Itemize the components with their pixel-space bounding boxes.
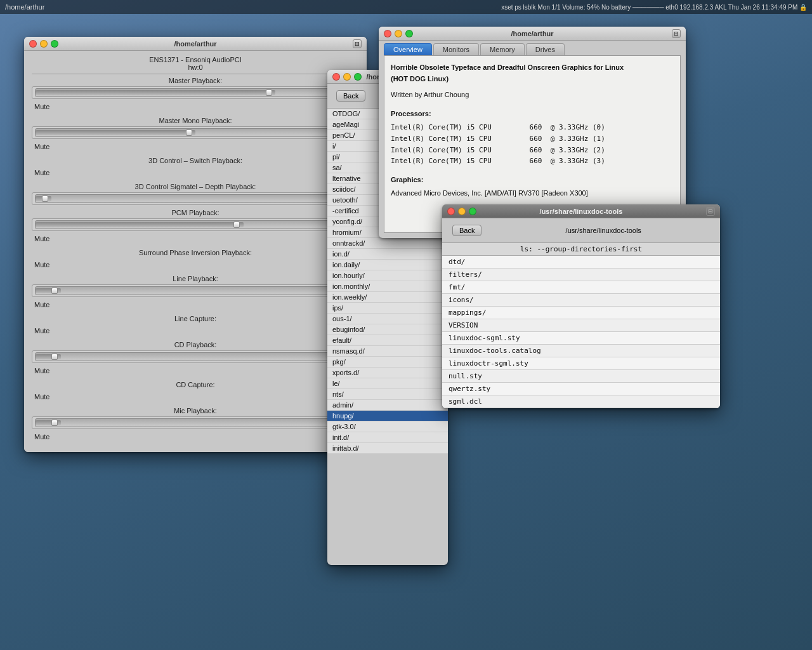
maximize-button[interactable] <box>405 30 413 37</box>
linuxdoc-item[interactable]: sgml.dcl <box>442 395 720 408</box>
linuxdoc-window-title: /usr/share/linuxdoc-tools <box>540 208 623 215</box>
file-item[interactable]: ion.weekly/ <box>327 292 448 303</box>
audio-titlebar: /home/arthur ⊟ <box>24 37 367 51</box>
file-item[interactable]: xports.d/ <box>327 368 448 378</box>
processor-item: Intel(R) Core(TM) i5 CPU 660 @ 3.33GHz (… <box>391 122 674 133</box>
processors-label: Processors: <box>391 109 674 120</box>
file-item[interactable]: inittab.d/ <box>327 443 448 454</box>
taskbar-path: /home/arthur <box>5 3 44 11</box>
maximize-button[interactable] <box>354 73 362 81</box>
info-traffic-lights[interactable] <box>384 30 413 37</box>
close-button[interactable] <box>332 73 340 81</box>
taskbar-right: xset ps lsblk Mon 1/1 Volume: 54% No bat… <box>501 4 807 11</box>
close-button[interactable] <box>29 40 37 48</box>
tab-drives[interactable]: Drives <box>526 43 565 55</box>
linuxdoc-traffic-lights[interactable] <box>447 208 476 215</box>
linuxdoc-window: /usr/share/linuxdoc-tools ⊟ Back /usr/sh… <box>442 204 720 408</box>
maximize-button[interactable] <box>51 40 58 48</box>
file-item[interactable]: admin/ <box>327 400 448 411</box>
linuxdoc-item[interactable]: linuxdoctr-sgml.sty <box>442 357 720 370</box>
file-item[interactable]: ebuginfod/ <box>327 324 448 335</box>
back-button[interactable]: Back <box>336 90 365 102</box>
channel-line-playback: Line Playback: Mute ON <box>32 275 359 311</box>
channel-pcm: PCM Playback: Mute OFF <box>32 209 359 245</box>
linuxdoc-item[interactable]: mappings/ <box>442 307 720 319</box>
linuxdoc-item[interactable]: null.sty <box>442 370 720 383</box>
linuxdoc-titlebar: /usr/share/linuxdoc-tools ⊟ <box>442 204 720 218</box>
file-item[interactable]: ous-1/ <box>327 314 448 324</box>
slider-track[interactable] <box>35 128 356 137</box>
file-item[interactable]: gtk-3.0/ <box>327 421 448 432</box>
minimize-button[interactable] <box>395 30 402 37</box>
info-author: Written by Arthur Choung <box>391 90 674 101</box>
file-item[interactable]: ips/ <box>327 303 448 314</box>
file-item-selected[interactable]: hnupg/ <box>327 411 448 421</box>
processor-list: Intel(R) Core(TM) i5 CPU 660 @ 3.33GHz (… <box>391 122 674 166</box>
channel-surround: Surround Phase Inversion Playback: Mute … <box>32 249 359 271</box>
linuxdoc-close-btn[interactable]: ⊟ <box>706 207 715 216</box>
slider-track[interactable] <box>35 352 356 361</box>
audio-window-close[interactable]: ⊟ <box>353 39 362 48</box>
audio-traffic-lights[interactable] <box>29 40 58 48</box>
slider-track[interactable] <box>35 418 356 427</box>
tab-memory[interactable]: Memory <box>480 43 525 55</box>
channel-cd-capture: CD Capture: Mute OFF <box>32 381 359 403</box>
processor-item: Intel(R) Core(TM) i5 CPU 660 @ 3.33GHz (… <box>391 145 674 156</box>
minimize-button[interactable] <box>458 208 466 215</box>
linuxdoc-back-button[interactable]: Back <box>452 225 481 236</box>
linuxdoc-item[interactable]: dtd/ <box>442 256 720 269</box>
channel-label: Master Playback: <box>32 77 359 84</box>
taskbar: /home/arthur xset ps lsblk Mon 1/1 Volum… <box>0 0 812 14</box>
linuxdoc-item[interactable]: icons/ <box>442 294 720 307</box>
slider-row <box>32 86 359 99</box>
file-item[interactable]: le/ <box>327 378 448 389</box>
file-item[interactable]: ion.hourly/ <box>327 270 448 281</box>
file-item[interactable]: ion.d/ <box>327 249 448 260</box>
tab-overview[interactable]: Overview <box>384 43 432 55</box>
slider-track[interactable] <box>35 88 356 97</box>
audio-content: ENS1371 - Ensoniq AudioPCI hw:0 Master P… <box>24 51 367 452</box>
info-window-close-btn[interactable]: ⊟ <box>672 29 681 38</box>
file-item[interactable]: ion.monthly/ <box>327 281 448 292</box>
linuxdoc-item[interactable]: fmt/ <box>442 281 720 294</box>
slider-track[interactable] <box>35 220 356 229</box>
slider-track[interactable] <box>35 194 356 203</box>
channel-3d-switch: 3D Control – Switch Playback: Mute ON <box>32 157 359 179</box>
minimize-button[interactable] <box>40 40 48 48</box>
minimize-button[interactable] <box>343 73 351 81</box>
linuxdoc-item[interactable]: filters/ <box>442 269 720 281</box>
close-button[interactable] <box>447 208 455 215</box>
processor-item: Intel(R) Core(TM) i5 CPU 660 @ 3.33GHz (… <box>391 156 674 167</box>
file-item[interactable]: onntrackd/ <box>327 238 448 249</box>
info-window-title: /home/arthur <box>511 30 553 37</box>
slider-track[interactable] <box>35 286 356 295</box>
processor-item: Intel(R) Core(TM) i5 CPU 660 @ 3.33GHz (… <box>391 133 674 145</box>
linuxdoc-item[interactable]: linuxdoc-tools.catalog <box>442 345 720 357</box>
tabs-bar: Overview Monitors Memory Drives <box>379 41 686 55</box>
audio-window-title: /home/arthur <box>174 40 216 48</box>
channel-master-mono: Master Mono Playback: Mute OFF <box>32 117 359 153</box>
mute-row: Mute OFF <box>32 100 359 113</box>
maximize-button[interactable] <box>469 208 476 215</box>
channel-cd-playback: CD Playback: Mute ON <box>32 341 359 377</box>
linuxdoc-item[interactable]: VERSION <box>442 319 720 332</box>
linuxdoc-item[interactable]: linuxdoc-sgml.sty <box>442 332 720 345</box>
channel-line-capture: Line Capture: Mute OFF <box>32 315 359 337</box>
close-button[interactable] <box>384 30 391 37</box>
linuxdoc-file-list: dtd/ filters/ fmt/ icons/ mappings/ VERS… <box>442 256 720 408</box>
linuxdoc-path-label: /usr/share/linuxdoc-tools <box>492 227 715 234</box>
tab-monitors[interactable]: Monitors <box>433 43 479 55</box>
file-item[interactable]: ion.daily/ <box>327 260 448 270</box>
file-item[interactable]: pkg/ <box>327 357 448 368</box>
linuxdoc-item[interactable]: qwertz.sty <box>442 383 720 395</box>
channel-master-playback: Master Playback: Mute OFF <box>32 77 359 113</box>
file-item[interactable]: efault/ <box>327 335 448 346</box>
file-item[interactable]: nsmasq.d/ <box>327 346 448 357</box>
partial-traffic-lights[interactable] <box>332 73 362 81</box>
linuxdoc-nav-bar: Back /usr/share/linuxdoc-tools <box>442 218 720 243</box>
file-item[interactable]: nts/ <box>327 389 448 400</box>
info-titlebar: /home/arthur ⊟ <box>379 27 686 41</box>
graphics-info: Advanced Micro Devices, Inc. [AMD/ATI] R… <box>391 188 674 199</box>
file-item[interactable]: init.d/ <box>327 432 448 443</box>
graphics-label: Graphics: <box>391 175 674 186</box>
